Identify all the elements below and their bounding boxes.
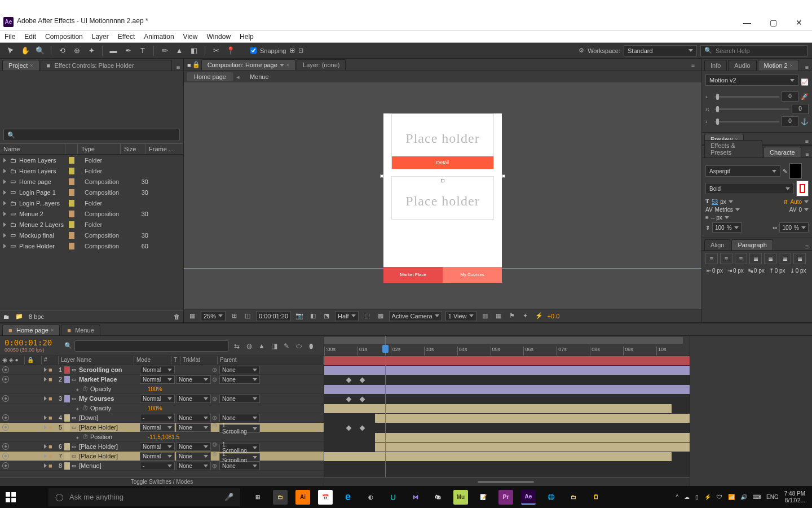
composition-viewer[interactable]: Place holder Detail Place holder Market …	[184, 82, 701, 309]
grid-icon[interactable]: ▦	[187, 311, 197, 321]
font-weight-dropdown[interactable]: Bold	[705, 183, 794, 194]
indent-left-field[interactable]: 0 px	[712, 268, 723, 274]
effect-controls-tab[interactable]: ■Effect Controls: Place Holder	[41, 60, 172, 71]
space-after-field[interactable]: 0 px	[796, 268, 806, 274]
justify-left-icon[interactable]: ≣	[749, 253, 762, 264]
wifi-icon[interactable]: 📶	[728, 494, 735, 500]
timeline-layer-row[interactable]: ■ 6 ▭ [Place Holder] Normal None ⊚1. Scr…	[0, 442, 324, 452]
tray-icon[interactable]: 🛡	[717, 494, 722, 500]
channel-icon[interactable]: ◧	[308, 311, 318, 321]
breadcrumb-item[interactable]: Home page	[187, 72, 233, 81]
new-folder-icon[interactable]: 📁	[15, 313, 23, 320]
timeline-property-row[interactable]: ⬥ ⏱ Position -11.5,1081.5	[0, 432, 324, 442]
panel-menu-icon[interactable]: ≡	[802, 151, 812, 157]
timeline-search-input[interactable]	[74, 340, 229, 352]
interpret-icon[interactable]: 🖿	[3, 313, 10, 320]
composition-tab[interactable]: Composition: Home page×	[201, 59, 295, 70]
hscale-field[interactable]: 100%	[779, 222, 809, 233]
roi-icon[interactable]: ⬚	[362, 311, 372, 321]
eyedropper-icon[interactable]: ✎	[783, 168, 787, 174]
camera-dropdown[interactable]: Active Camera	[389, 311, 442, 321]
kerning-field[interactable]: Metrics	[715, 207, 733, 213]
eraser-tool-icon[interactable]: ◧	[188, 45, 200, 57]
toggle-switches-button[interactable]: Toggle Switches / Modes	[0, 477, 324, 486]
align-tab[interactable]: Align	[704, 239, 730, 250]
panel-menu-icon[interactable]: ≡	[802, 138, 812, 144]
transparency-icon[interactable]: ▩	[376, 311, 386, 321]
timeline-layer-row[interactable]: ■ 3 ▭ My Courses Normal None ⊚None	[0, 394, 324, 404]
project-item[interactable]: ▭ Login Page 1 Composition 30	[0, 187, 183, 198]
volume-icon[interactable]: 🔊	[740, 494, 747, 500]
tracking-field[interactable]: 0	[798, 207, 802, 213]
timeline-layer-row[interactable]: ■ 2 ▭ Market Place Normal None ⊚None	[0, 375, 324, 384]
safe-zones-icon[interactable]: ⊞	[229, 311, 239, 321]
paragraph-tab[interactable]: Paragraph	[731, 239, 773, 250]
zoom-dropdown[interactable]: 25%	[201, 311, 226, 321]
bpc-button[interactable]: 8 bpc	[29, 313, 44, 320]
system-clock[interactable]: 7:48 PM 8/17/2...	[784, 491, 805, 504]
motion-slider-1[interactable]	[714, 96, 779, 98]
align-right-icon[interactable]: ≡	[735, 253, 747, 264]
project-item[interactable]: 🗀 Hoem Layers Folder	[0, 165, 183, 176]
illustrator-icon[interactable]: Ai	[295, 490, 310, 505]
exposure-value[interactable]: +0.0	[548, 313, 560, 319]
muse-icon[interactable]: Mu	[453, 490, 468, 505]
audio-tab[interactable]: Audio	[728, 60, 756, 71]
task-view-icon[interactable]: ⊞	[250, 490, 265, 505]
menu-file[interactable]: File	[5, 33, 15, 41]
menu-animation[interactable]: Animation	[144, 33, 174, 41]
menu-help[interactable]: Help	[240, 33, 254, 41]
explorer-icon[interactable]: 🗀	[566, 490, 581, 505]
puppet-tool-icon[interactable]: 📍	[224, 45, 237, 57]
motion-slider-2[interactable]	[714, 108, 789, 110]
tray-icon[interactable]: ⚡	[704, 494, 711, 500]
motion-preset-dropdown[interactable]: Motion v2	[705, 75, 798, 86]
timeline-tab-home[interactable]: ■Home page×	[2, 325, 60, 335]
tl-icon[interactable]: ✎	[281, 340, 292, 352]
stroke-width-field[interactable]: -- px	[711, 214, 722, 221]
live-update-icon[interactable]: ⚙	[579, 47, 584, 54]
brush-tool-icon[interactable]: ✏	[158, 45, 171, 57]
workspace-dropdown[interactable]: Standard	[624, 45, 697, 56]
snap-opt2-icon[interactable]: ⊡	[298, 47, 303, 54]
timeline-tracks[interactable]	[324, 356, 690, 477]
roto-tool-icon[interactable]: ✂	[210, 45, 222, 57]
menu-effect[interactable]: Effect	[118, 33, 135, 41]
motion-slider-3[interactable]	[714, 121, 779, 122]
info-tab[interactable]: Info	[704, 60, 727, 71]
maximize-button[interactable]: ▢	[760, 15, 786, 30]
tl-icon[interactable]: ⬮	[306, 340, 317, 352]
channel2-icon[interactable]: ⬔	[321, 311, 332, 321]
timeline-layer-row[interactable]: ■ 8 ▭ [Menue] - None ⊚None	[0, 461, 324, 471]
cortana-search[interactable]: ◯ Ask me anything 🎤	[48, 488, 240, 506]
panel-menu-icon[interactable]: ≡	[802, 64, 812, 71]
tl-icon[interactable]: ◍	[244, 340, 255, 352]
vf-icon[interactable]: ⚡	[534, 311, 544, 321]
leading-field[interactable]: Auto	[790, 199, 802, 205]
vf-icon[interactable]: ▥	[480, 311, 490, 321]
current-timecode[interactable]: 0:00:01:20	[5, 338, 56, 347]
first-line-field[interactable]: 0 px	[754, 268, 765, 274]
tray-icon[interactable]: ▯	[695, 494, 699, 500]
panel-menu-icon[interactable]: ≡	[802, 243, 812, 250]
snapping-checkbox[interactable]	[250, 47, 257, 54]
language-indicator[interactable]: ENG	[766, 494, 779, 500]
timeline-layer-row[interactable]: ■ 1 ▭ Scroolling con Normal ⊚None	[0, 365, 324, 375]
pen-tool-icon[interactable]: ✒	[122, 45, 134, 57]
project-item[interactable]: 🗀 Menue 2 Layers Folder	[0, 219, 183, 230]
project-item[interactable]: 🗀 Hoem Layers Folder	[0, 155, 183, 165]
layer-tab[interactable]: Layer: (none)	[297, 59, 346, 70]
tl-icon[interactable]: ◨	[268, 340, 280, 352]
tl-icon[interactable]: ▲	[256, 340, 267, 352]
breadcrumb-item[interactable]: Menue	[243, 72, 276, 81]
time-ruler[interactable]: :00s01s02s03s04s05s06s07s08s09s10s	[324, 336, 690, 356]
delete-icon[interactable]: 🗑	[174, 313, 180, 320]
zoom-tool-icon[interactable]: 🔍	[34, 45, 46, 57]
selection-tool-icon[interactable]	[5, 45, 17, 57]
graph-icon[interactable]: 📈	[801, 78, 809, 86]
timeline-property-row[interactable]: ⬥ ⏱ Opacity 100%	[0, 384, 324, 394]
playhead[interactable]	[385, 336, 386, 356]
store-icon[interactable]: 🛍	[431, 490, 445, 505]
minimize-button[interactable]: —	[734, 15, 760, 30]
timeline-tab-menue[interactable]: ■Menue	[61, 325, 100, 335]
